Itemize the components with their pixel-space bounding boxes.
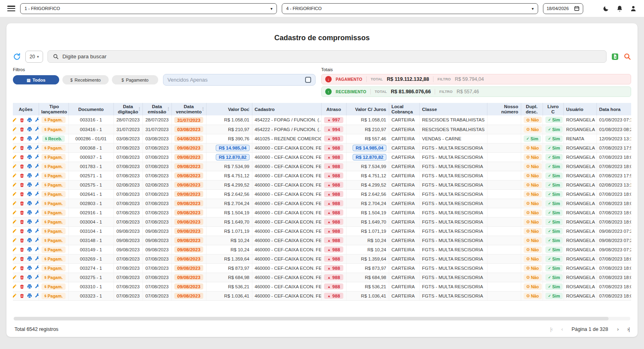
- delete-trash-icon[interactable]: [19, 238, 25, 243]
- tools-wrench-icon[interactable]: [35, 136, 39, 141]
- print-icon[interactable]: [27, 136, 32, 141]
- delete-trash-icon[interactable]: [19, 127, 25, 132]
- delete-trash-icon[interactable]: [19, 145, 25, 150]
- delete-trash-icon[interactable]: [19, 154, 25, 160]
- print-icon[interactable]: [27, 284, 32, 289]
- user-profile-icon[interactable]: [630, 5, 637, 12]
- edit-icon[interactable]: [13, 238, 17, 243]
- edit-icon[interactable]: [13, 256, 17, 261]
- column-header[interactable]: Ações ⋮: [13, 103, 39, 115]
- delete-trash-icon[interactable]: [19, 117, 25, 123]
- last-page-icon[interactable]: ›|: [627, 326, 630, 332]
- edit-icon[interactable]: [13, 117, 17, 123]
- column-menu-icon[interactable]: ⋮: [167, 107, 171, 111]
- delete-trash-icon[interactable]: [19, 293, 25, 298]
- edit-icon[interactable]: [13, 210, 17, 215]
- print-icon[interactable]: [27, 210, 32, 215]
- edit-icon[interactable]: [13, 228, 17, 234]
- edit-icon[interactable]: [13, 219, 17, 224]
- column-header[interactable]: Usuário ⋮: [564, 103, 597, 115]
- column-menu-icon[interactable]: ⋮: [201, 107, 205, 111]
- edit-icon[interactable]: [13, 293, 17, 298]
- edit-icon[interactable]: [13, 275, 17, 280]
- export-file-icon[interactable]: [611, 53, 619, 61]
- company-select[interactable]: 1 - FRIGORIFICO ▾: [20, 3, 277, 14]
- vencidos-apenas-filter[interactable]: Vencidos Apenas: [163, 74, 316, 86]
- tools-wrench-icon[interactable]: [35, 256, 39, 261]
- edit-icon[interactable]: [13, 154, 17, 160]
- tools-wrench-icon[interactable]: [35, 247, 39, 252]
- print-icon[interactable]: [27, 247, 32, 252]
- edit-icon[interactable]: [13, 182, 17, 187]
- tools-wrench-icon[interactable]: [35, 173, 39, 178]
- column-header[interactable]: Local Cobrança ⋮: [389, 103, 419, 115]
- print-icon[interactable]: [27, 145, 32, 150]
- delete-trash-icon[interactable]: [19, 228, 25, 234]
- print-icon[interactable]: [27, 117, 32, 123]
- delete-trash-icon[interactable]: [19, 164, 25, 169]
- tools-wrench-icon[interactable]: [35, 238, 39, 243]
- print-icon[interactable]: [27, 293, 32, 298]
- tools-wrench-icon[interactable]: [35, 219, 39, 224]
- delete-trash-icon[interactable]: [19, 284, 25, 289]
- tools-wrench-icon[interactable]: [35, 117, 39, 123]
- print-icon[interactable]: [27, 275, 32, 280]
- column-header[interactable]: Classe ⋮: [419, 103, 487, 115]
- page-size-select[interactable]: 20 ▾: [25, 51, 43, 63]
- calendar-icon[interactable]: [574, 6, 580, 11]
- edit-icon[interactable]: [13, 127, 17, 132]
- column-menu-icon[interactable]: ⋮: [247, 107, 251, 111]
- branch-select[interactable]: 4 - FRIGORIFICO ▾: [282, 3, 538, 14]
- delete-trash-icon[interactable]: [19, 247, 25, 252]
- vencidos-apenas-checkbox[interactable]: [305, 77, 311, 83]
- column-header[interactable]: Data hora ⋮: [597, 103, 631, 115]
- column-header[interactable]: Atraso ⋮: [321, 103, 346, 115]
- scrollbar-thumb[interactable]: [14, 317, 609, 320]
- delete-trash-icon[interactable]: [19, 256, 25, 261]
- column-header[interactable]: Valor Doc ⋮: [206, 103, 252, 115]
- delete-trash-icon[interactable]: [19, 265, 25, 271]
- print-icon[interactable]: [27, 219, 32, 224]
- next-page-icon[interactable]: ›: [617, 326, 618, 332]
- print-icon[interactable]: [27, 173, 32, 178]
- tools-wrench-icon[interactable]: [35, 228, 39, 234]
- column-header[interactable]: Cadastro ⋮: [252, 103, 321, 115]
- delete-trash-icon[interactable]: [19, 182, 25, 187]
- print-icon[interactable]: [27, 182, 32, 187]
- search-input[interactable]: [62, 53, 601, 60]
- prev-page-icon[interactable]: ‹: [561, 326, 563, 332]
- edit-icon[interactable]: [13, 247, 17, 252]
- delete-trash-icon[interactable]: [19, 275, 25, 280]
- edit-icon[interactable]: [13, 136, 17, 141]
- print-icon[interactable]: [27, 265, 32, 271]
- print-icon[interactable]: [27, 228, 32, 234]
- delete-trash-icon[interactable]: [19, 219, 25, 224]
- delete-trash-icon[interactable]: [19, 173, 25, 178]
- delete-trash-icon[interactable]: [19, 136, 25, 141]
- column-header[interactable]: Data vencimento ⋮: [171, 103, 206, 115]
- first-page-icon[interactable]: |‹: [550, 326, 553, 332]
- column-header[interactable]: Documento ⋮: [68, 103, 114, 115]
- tools-wrench-icon[interactable]: [35, 154, 39, 160]
- edit-icon[interactable]: [13, 201, 17, 206]
- tools-wrench-icon[interactable]: [35, 201, 39, 206]
- date-field[interactable]: 18/04/2026: [543, 3, 583, 14]
- edit-icon[interactable]: [13, 145, 17, 150]
- hamburger-menu-icon[interactable]: [7, 6, 15, 11]
- column-header[interactable]: Tipo lançamento ⋮: [39, 103, 68, 115]
- filter-pill-button[interactable]: Todos: [13, 75, 59, 84]
- tools-wrench-icon[interactable]: [35, 210, 39, 215]
- filter-pill-button[interactable]: Recebimento: [62, 75, 109, 84]
- print-icon[interactable]: [27, 164, 32, 169]
- print-icon[interactable]: [27, 191, 32, 197]
- edit-icon[interactable]: [13, 173, 17, 178]
- column-header[interactable]: Dupl. desc. ⋮: [521, 103, 543, 115]
- tools-wrench-icon[interactable]: [35, 191, 39, 197]
- tools-wrench-icon[interactable]: [35, 145, 39, 150]
- dark-mode-moon-icon[interactable]: [603, 5, 609, 12]
- edit-icon[interactable]: [13, 265, 17, 271]
- delete-trash-icon[interactable]: [19, 191, 25, 197]
- notifications-bell-icon[interactable]: [616, 5, 623, 12]
- column-header[interactable]: Nosso número ⋮: [487, 103, 521, 115]
- column-menu-icon[interactable]: ⋮: [138, 107, 142, 111]
